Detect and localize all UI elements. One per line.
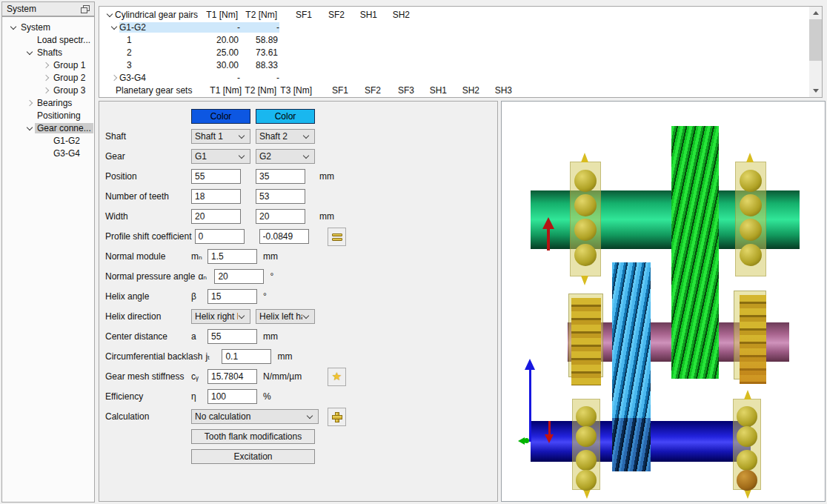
form-row-gear: GearG1G2 <box>105 149 497 164</box>
chevron-expanded-icon[interactable] <box>8 22 19 33</box>
profile-shift-coefficient-input-2[interactable] <box>259 229 309 244</box>
tree-item-g3-g4[interactable]: G3-G4 <box>2 147 94 159</box>
tree-item-label: System <box>19 22 53 33</box>
field-label: Helix direction <box>105 311 191 322</box>
column-header: SH2 <box>377 10 410 20</box>
chevron-expanded-icon[interactable] <box>109 22 119 33</box>
helix-angle-input[interactable] <box>207 289 257 304</box>
tree-item-gear-conne[interactable]: Gear conne... <box>2 122 94 134</box>
star-button[interactable]: ★ <box>328 368 346 386</box>
gear-mesh-stiffness-input[interactable] <box>207 369 257 384</box>
shaft-select-1[interactable]: Shaft 1 <box>191 129 250 144</box>
bearing-ball <box>574 219 597 241</box>
position-input-2[interactable] <box>256 169 305 184</box>
excitation-button[interactable]: Excitation <box>191 449 315 464</box>
tree-item-shafts[interactable]: Shafts <box>2 46 94 59</box>
gear-select-1[interactable]: G1 <box>191 149 250 164</box>
bearing-bottom-right <box>733 399 761 490</box>
tree-item-bearings[interactable]: Bearings <box>2 96 94 109</box>
selected-option-label: Shaft 2 <box>259 131 302 142</box>
force-arrow-red <box>547 228 550 251</box>
number-of-teeth-input-1[interactable] <box>191 189 241 204</box>
tree-item-g1-g2[interactable]: G1-G2 <box>2 134 94 147</box>
bearing-pin-icon <box>746 153 754 162</box>
tree-item-group-1[interactable]: Group 1 <box>2 59 94 71</box>
helix-direction-select-1[interactable]: Helix right ha <box>191 309 250 324</box>
row-label: G3-G4 <box>119 73 194 83</box>
helix-direction-select-2[interactable]: Helix left han <box>256 309 315 324</box>
bearing-ball <box>737 406 757 427</box>
width-input-1[interactable] <box>191 209 241 224</box>
tree-item-load-spectr[interactable]: Load spectr... <box>2 33 94 46</box>
efficiency-input[interactable] <box>207 389 257 404</box>
table-planetary-row[interactable]: Planetary gear setsT1 [Nm]T2 [Nm]T3 [Nm]… <box>99 84 809 96</box>
helical-gear-blue <box>612 262 651 418</box>
chevron-collapsed-icon[interactable] <box>41 60 51 70</box>
width-input-2[interactable] <box>256 209 305 224</box>
chevron-expanded-icon[interactable] <box>24 47 35 58</box>
form-row-normal-module: Normal modulemₙmm <box>105 249 497 264</box>
plus-button[interactable] <box>328 408 346 426</box>
equalize-button[interactable] <box>328 228 346 246</box>
circumferential-backlash-input[interactable] <box>222 349 271 364</box>
position-input-1[interactable] <box>191 169 241 184</box>
bearing-ball <box>740 194 762 216</box>
selected-option-label: G2 <box>259 151 302 162</box>
tree-item-label: G1-G2 <box>51 136 82 146</box>
center-distance-input[interactable] <box>207 329 257 344</box>
viewport-3d[interactable] <box>501 101 826 502</box>
chevron-down-icon <box>238 132 247 141</box>
column-header: SH3 <box>479 85 512 96</box>
form-row-position: Positionmm <box>105 169 497 184</box>
number-of-teeth-input-2[interactable] <box>256 189 305 204</box>
tree-item-group-3[interactable]: Group 3 <box>2 84 94 96</box>
tooth-flank-modifications-button[interactable]: Tooth flank modifications <box>191 429 315 444</box>
normal-pressure-angle-input[interactable] <box>214 269 264 284</box>
table-row-1[interactable]: 120.0058.89 <box>99 33 809 46</box>
field-label: Efficiency <box>105 391 191 402</box>
table-row-g3-g4[interactable]: G3-G4-- <box>99 71 809 84</box>
scroll-down-button[interactable] <box>809 84 822 97</box>
normal-module-input[interactable] <box>207 249 257 264</box>
unit-label: mm <box>277 351 292 362</box>
load-spectrum-table: Cylindrical gear pairsT1 [Nm]T2 [Nm]SF1S… <box>99 8 809 96</box>
axis-y-arrow-blue <box>529 369 531 442</box>
unit-label: ° <box>270 271 273 282</box>
form-row-gear-mesh-stiffness: Gear mesh stiffnesscᵧN/mm/µm★ <box>105 369 497 384</box>
shaft-select-2[interactable]: Shaft 2 <box>256 129 315 144</box>
scrollbar-thumb[interactable] <box>809 19 822 61</box>
field-label: Profile shift coefficient <box>105 231 195 242</box>
chevron-down-icon <box>238 312 247 321</box>
tree-item-label: G3-G4 <box>51 148 82 159</box>
gear-select-2[interactable]: G2 <box>256 149 315 164</box>
chevron-collapsed-icon[interactable] <box>24 98 35 108</box>
chevron-collapsed-icon[interactable] <box>41 73 51 83</box>
table-row-g1-g2[interactable]: G1-G2-- <box>99 21 809 33</box>
axis-y-arrow-blue-head <box>525 359 535 370</box>
calculation-select[interactable]: No calculation <box>191 409 319 424</box>
field-label: Center distance <box>105 331 191 342</box>
form-row-profile-shift-coefficient: Profile shift coefficient <box>105 229 497 244</box>
chevron-collapsed-icon[interactable] <box>109 73 119 83</box>
form-row-circumferential-backlash: Circumferential backlashjₜmm <box>105 349 497 364</box>
gear1-color-button[interactable]: Color <box>191 109 250 124</box>
chevron-expanded-icon[interactable] <box>24 123 35 133</box>
gear-pair-form-panel: ColorColorShaftShaft 1Shaft 2GearG1G2Pos… <box>99 101 498 502</box>
table-row-2[interactable]: 225.0073.61 <box>99 46 809 59</box>
vertical-scrollbar[interactable] <box>809 7 822 97</box>
tree-item-group-2[interactable]: Group 2 <box>2 71 94 84</box>
table-row-3[interactable]: 330.0088.33 <box>99 59 809 71</box>
helical-gear-blue-lower <box>612 418 651 471</box>
table-group-row[interactable]: Cylindrical gear pairsT1 [Nm]T2 [Nm]SF1S… <box>99 8 809 21</box>
float-panel-icon[interactable] <box>81 5 90 13</box>
tree-item-positioning[interactable]: Positioning <box>2 109 94 122</box>
chevron-expanded-icon[interactable] <box>104 10 115 20</box>
form-row-efficiency: Efficiencyη% <box>105 389 497 404</box>
field-symbol: mₙ <box>191 251 207 262</box>
column-header: T1 [Nm] <box>192 10 238 20</box>
tree-item-system[interactable]: System <box>2 21 94 33</box>
scroll-up-button[interactable] <box>809 7 822 19</box>
chevron-collapsed-icon[interactable] <box>41 85 51 96</box>
profile-shift-coefficient-input-1[interactable] <box>195 229 245 244</box>
gear2-color-button[interactable]: Color <box>256 109 315 124</box>
